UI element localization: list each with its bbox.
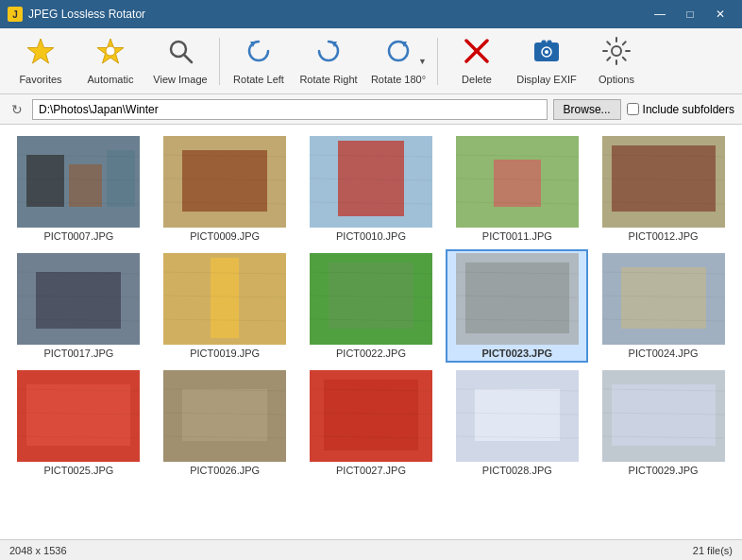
- list-item[interactable]: PICT0017.JPG: [8, 249, 150, 363]
- list-item[interactable]: PICT0007.JPG: [8, 132, 150, 246]
- thumbnail-image: [456, 136, 579, 228]
- image-grid: PICT0007.JPGPICT0009.JPGPICT0010.JPGPICT…: [0, 125, 742, 539]
- options-button[interactable]: Options: [583, 33, 649, 90]
- svg-rect-19: [107, 150, 135, 207]
- display-exif-label: Display EXIF: [516, 74, 577, 86]
- list-item[interactable]: PICT0026.JPG: [154, 366, 296, 480]
- automatic-icon: [95, 36, 126, 71]
- browse-button[interactable]: Browse...: [553, 99, 621, 120]
- options-icon: [601, 36, 632, 71]
- list-item[interactable]: PICT0011.JPG: [446, 132, 588, 246]
- list-item[interactable]: PICT0010.JPG: [300, 132, 443, 246]
- thumbnail-image: [456, 370, 579, 462]
- display-exif-icon: [531, 36, 562, 71]
- thumbnail-label: PICT0026.JPG: [158, 465, 293, 476]
- thumbnail-image: [456, 253, 579, 345]
- delete-button[interactable]: Delete: [444, 33, 510, 90]
- list-item[interactable]: PICT0028.JPG: [446, 366, 588, 480]
- list-item[interactable]: PICT0029.JPG: [592, 366, 734, 480]
- view-image-icon: [165, 36, 195, 71]
- rotate-right-label: Rotate Right: [299, 74, 357, 86]
- rotate-left-label: Rotate Left: [233, 74, 284, 86]
- path-input[interactable]: [32, 99, 548, 120]
- svg-rect-17: [26, 155, 64, 207]
- delete-label: Delete: [462, 74, 492, 86]
- svg-rect-74: [182, 389, 267, 441]
- thumbnail-label: PICT0024.JPG: [596, 348, 731, 359]
- minimize-button[interactable]: —: [646, 5, 674, 24]
- list-item[interactable]: PICT0027.JPG: [300, 366, 443, 480]
- title-controls: — □ ✕: [646, 5, 734, 24]
- list-item[interactable]: PICT0024.JPG: [592, 249, 734, 363]
- automatic-label: Automatic: [88, 74, 134, 86]
- thumbnail-image: [163, 370, 286, 462]
- rotate-right-icon: [313, 36, 344, 71]
- toolbar: Favorites Automatic View Image: [0, 28, 742, 94]
- refresh-icon[interactable]: ↻: [8, 102, 26, 117]
- view-image-button[interactable]: View Image: [147, 33, 213, 90]
- svg-point-2: [106, 46, 115, 56]
- thumbnail-label: PICT0019.JPG: [158, 348, 293, 359]
- thumbnail-label: PICT0028.JPG: [449, 465, 584, 476]
- rotate-left-button[interactable]: Rotate Left: [226, 33, 292, 90]
- list-item[interactable]: PICT0025.JPG: [8, 366, 150, 480]
- title-bar-left: J JPEG Lossless Rotator: [8, 7, 145, 22]
- view-image-label: View Image: [153, 74, 207, 86]
- automatic-button[interactable]: Automatic: [77, 33, 143, 90]
- thumbnail-image: [163, 136, 286, 228]
- thumbnail-label: PICT0012.JPG: [596, 230, 731, 242]
- thumbnail-image: [163, 253, 286, 345]
- delete-icon: [462, 36, 492, 71]
- toolbar-separator-1: [219, 38, 220, 85]
- thumbnail-image: [310, 136, 432, 228]
- svg-rect-29: [338, 141, 404, 216]
- list-item[interactable]: PICT0009.JPG: [154, 132, 296, 246]
- svg-rect-13: [542, 41, 546, 44]
- thumbnail-label: PICT0029.JPG: [596, 465, 731, 476]
- main-content: PICT0007.JPGPICT0009.JPGPICT0010.JPGPICT…: [0, 125, 742, 539]
- svg-rect-14: [548, 41, 551, 44]
- title-bar: J JPEG Lossless Rotator — □ ✕: [0, 0, 742, 28]
- svg-point-15: [612, 46, 621, 56]
- rotate-right-button[interactable]: Rotate Right: [295, 33, 362, 90]
- thumbnail-label: PICT0009.JPG: [158, 230, 293, 242]
- thumbnail-image: [17, 253, 140, 345]
- close-button[interactable]: ✕: [706, 5, 734, 24]
- list-item[interactable]: PICT0019.JPG: [154, 249, 296, 363]
- favorites-icon: [25, 36, 56, 71]
- maximize-button[interactable]: □: [676, 5, 704, 24]
- svg-rect-84: [475, 389, 560, 441]
- rotate-180-label: Rotate 180°: [371, 74, 426, 86]
- svg-rect-34: [494, 160, 541, 207]
- app-title: JPEG Lossless Rotator: [28, 8, 145, 21]
- path-bar: ↻ Browse... Include subfolders: [0, 94, 742, 125]
- svg-rect-49: [211, 258, 239, 338]
- status-bar: 2048 x 1536 21 file(s): [0, 539, 742, 560]
- status-dimensions: 2048 x 1536: [9, 545, 67, 556]
- list-item[interactable]: PICT0022.JPG: [300, 249, 443, 363]
- display-exif-button[interactable]: Display EXIF: [514, 33, 580, 90]
- thumbnail-label: PICT0007.JPG: [11, 230, 146, 242]
- rotate-180-dropdown-arrow: ▼: [418, 57, 427, 66]
- thumbnail-label: PICT0022.JPG: [304, 348, 439, 359]
- thumbnail-image: [602, 253, 725, 345]
- rotate-180-button[interactable]: Rotate 180° ▼: [365, 33, 431, 90]
- thumbnail-image: [602, 136, 725, 228]
- favorites-label: Favorites: [19, 74, 61, 86]
- thumbnail-label: PICT0025.JPG: [11, 465, 146, 476]
- options-label: Options: [599, 74, 634, 86]
- thumbnail-label: PICT0010.JPG: [304, 230, 439, 242]
- favorites-button[interactable]: Favorites: [8, 33, 74, 90]
- toolbar-separator-2: [437, 38, 438, 85]
- rotate-180-icon: [383, 36, 413, 71]
- subfolders-checkbox[interactable]: [627, 103, 639, 115]
- subfolders-label[interactable]: Include subfolders: [627, 103, 734, 116]
- list-item[interactable]: PICT0023.JPG: [446, 249, 588, 363]
- thumbnail-image: [602, 370, 725, 462]
- thumbnail-label: PICT0023.JPG: [449, 348, 584, 359]
- list-item[interactable]: PICT0012.JPG: [592, 132, 734, 246]
- thumbnail-label: PICT0027.JPG: [304, 465, 439, 476]
- svg-line-4: [184, 55, 192, 62]
- svg-point-12: [545, 50, 548, 54]
- thumbnail-label: PICT0017.JPG: [11, 348, 146, 359]
